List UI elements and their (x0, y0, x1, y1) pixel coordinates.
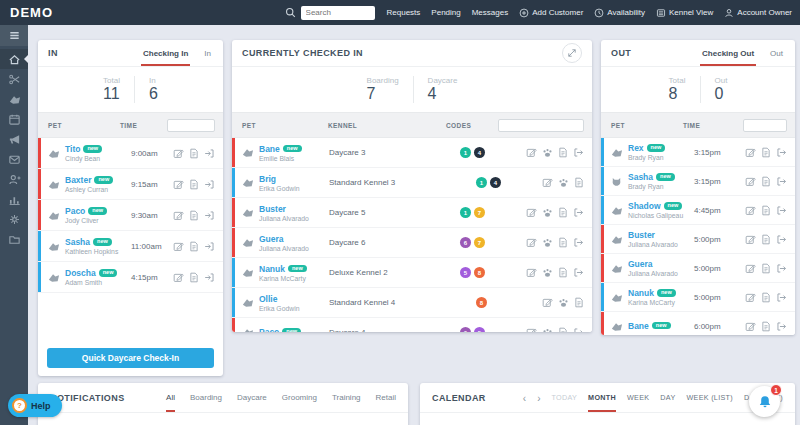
edit-icon[interactable] (526, 207, 537, 218)
sidebar-item-reports[interactable] (0, 189, 28, 209)
notif-tab-training[interactable]: Training (332, 393, 361, 412)
check-out-icon[interactable] (776, 321, 787, 332)
sidebar-item-settings[interactable] (0, 209, 28, 229)
sidebar-item-grooming[interactable] (0, 69, 28, 89)
nav-pending[interactable]: Pending (431, 8, 460, 17)
report-card-icon[interactable] (558, 327, 568, 332)
code-badge[interactable]: 1 (476, 177, 487, 188)
pet-name-link[interactable]: Shadow (628, 201, 661, 211)
tab-checking-out[interactable]: Checking Out (700, 49, 756, 66)
paw-icon[interactable] (542, 267, 553, 278)
code-badge[interactable]: 8 (476, 297, 487, 308)
edit-icon[interactable] (526, 237, 537, 248)
edit-icon[interactable] (526, 327, 537, 332)
edit-icon[interactable] (526, 267, 537, 278)
notifications-bell-button[interactable]: 1 (749, 386, 780, 417)
sidebar-item-customers[interactable] (0, 169, 28, 189)
search-input[interactable] (301, 6, 375, 20)
cal-view-month[interactable]: MONTH (588, 393, 616, 412)
cal-view-week[interactable]: WEEK (627, 393, 649, 412)
edit-icon[interactable] (173, 148, 184, 159)
sidebar-item-marketing[interactable] (0, 129, 28, 149)
notif-tab-boarding[interactable]: Boarding (190, 393, 222, 412)
pet-name-link[interactable]: Buster (628, 230, 655, 240)
check-out-icon[interactable] (776, 234, 787, 245)
paw-icon[interactable] (558, 177, 569, 188)
nav-account-owner[interactable]: Account Owner (724, 8, 792, 18)
pet-name-link[interactable]: Bane (259, 144, 280, 154)
sidebar-item-files[interactable] (0, 229, 28, 249)
edit-icon[interactable] (526, 147, 537, 158)
report-card-icon[interactable] (574, 297, 584, 308)
pet-name-link[interactable]: Buster (259, 204, 286, 214)
sidebar-item-pets[interactable] (0, 89, 28, 109)
notif-tab-all[interactable]: All (166, 393, 175, 412)
edit-icon[interactable] (745, 205, 756, 216)
edit-icon[interactable] (745, 176, 756, 187)
chevron-right-icon[interactable]: › (537, 394, 540, 412)
edit-icon[interactable] (745, 234, 756, 245)
expand-icon[interactable] (562, 43, 582, 63)
edit-icon[interactable] (173, 272, 184, 283)
report-card-icon[interactable] (558, 267, 568, 278)
paw-icon[interactable] (542, 147, 553, 158)
pet-name-link[interactable]: Ollie (259, 294, 277, 304)
report-card-icon[interactable] (558, 147, 568, 158)
code-badge[interactable]: 5 (474, 327, 485, 332)
table-filter-input[interactable] (743, 119, 787, 132)
pet-name-link[interactable]: Guera (628, 259, 653, 269)
check-in-icon[interactable] (204, 272, 215, 283)
check-out-icon[interactable] (573, 267, 584, 278)
pet-name-link[interactable]: Sasha (628, 172, 653, 182)
edit-icon[interactable] (745, 263, 756, 274)
sidebar-item-calendar[interactable] (0, 109, 28, 129)
pet-name-link[interactable]: Paco (65, 206, 85, 216)
quick-daycare-checkin-button[interactable]: Quick Daycare Check-In (47, 348, 214, 368)
cal-view-day[interactable]: DAY (660, 393, 675, 412)
tab-in[interactable]: In (202, 49, 213, 66)
code-badge[interactable]: 7 (474, 207, 485, 218)
nav-kennel-view[interactable]: Kennel View (656, 8, 713, 18)
pet-name-link[interactable]: Rex (628, 143, 644, 153)
report-card-icon[interactable] (761, 321, 771, 332)
code-badge[interactable]: 8 (474, 267, 485, 278)
report-card-icon[interactable] (189, 241, 199, 252)
pet-name-link[interactable]: Nanuk (628, 288, 654, 298)
table-filter-input[interactable] (167, 119, 215, 132)
check-in-icon[interactable] (204, 179, 215, 190)
notif-tab-daycare[interactable]: Daycare (237, 393, 267, 412)
check-out-icon[interactable] (776, 292, 787, 303)
paw-icon[interactable] (542, 207, 553, 218)
cal-view-today[interactable]: TODAY (551, 393, 577, 412)
pet-name-link[interactable]: Guera (259, 234, 284, 244)
cal-view-week-list[interactable]: WEEK (LIST) (686, 393, 732, 412)
check-out-icon[interactable] (573, 327, 584, 332)
report-card-icon[interactable] (189, 210, 199, 221)
edit-icon[interactable] (745, 292, 756, 303)
tab-checking-in[interactable]: Checking In (141, 49, 190, 66)
code-badge[interactable]: 6 (460, 237, 471, 248)
code-badge[interactable]: 6 (460, 327, 471, 332)
check-out-icon[interactable] (573, 207, 584, 218)
nav-messages[interactable]: Messages (472, 8, 508, 17)
pet-name-link[interactable]: Bane (628, 321, 649, 331)
pet-name-link[interactable]: Paco (259, 327, 279, 332)
tab-out[interactable]: Out (768, 49, 785, 66)
check-out-icon[interactable] (573, 147, 584, 158)
nav-add-customer[interactable]: Add Customer (519, 8, 583, 18)
edit-icon[interactable] (173, 241, 184, 252)
report-card-icon[interactable] (761, 292, 771, 303)
paw-icon[interactable] (542, 327, 553, 332)
code-badge[interactable]: 7 (474, 237, 485, 248)
pet-name-link[interactable]: Brig (259, 174, 276, 184)
report-card-icon[interactable] (761, 234, 771, 245)
edit-icon[interactable] (542, 297, 553, 308)
report-card-icon[interactable] (558, 207, 568, 218)
code-badge[interactable]: 4 (490, 177, 501, 188)
help-button[interactable]: ? Help (8, 394, 62, 417)
pet-name-link[interactable]: Sasha (65, 237, 90, 247)
report-card-icon[interactable] (761, 176, 771, 187)
edit-icon[interactable] (542, 177, 553, 188)
notif-tab-grooming[interactable]: Grooming (282, 393, 317, 412)
code-badge[interactable]: 1 (460, 147, 471, 158)
